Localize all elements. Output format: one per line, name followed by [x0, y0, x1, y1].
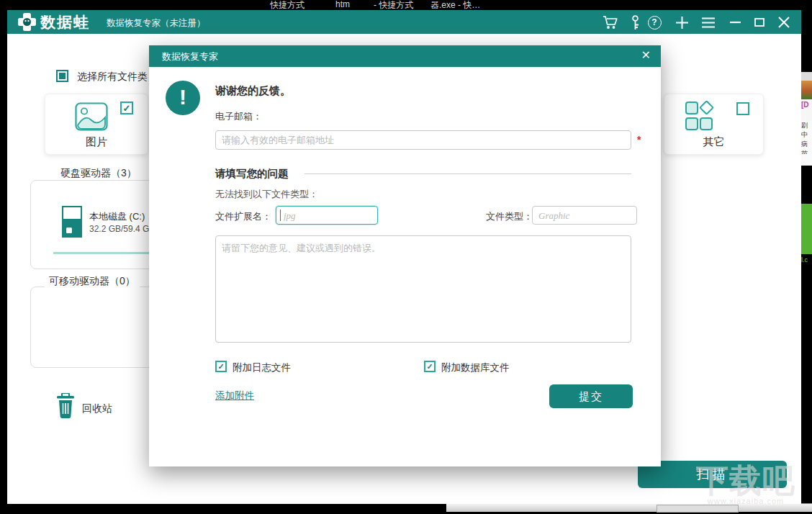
menu-button[interactable]	[700, 14, 716, 30]
cart-icon	[603, 15, 618, 30]
other-card-checkbox[interactable]	[736, 102, 749, 115]
minimize-icon	[730, 21, 741, 24]
dialog-title: 数据恢复专家	[162, 50, 218, 63]
close-icon	[778, 17, 790, 28]
desktop-text-line: 苗	[801, 149, 812, 154]
minimize-button[interactable]	[727, 14, 743, 30]
desktop-icon-thumbnail	[801, 204, 812, 254]
background-window-edge	[801, 72, 812, 81]
issue-type-label: 无法找到以下文件类型：	[215, 188, 318, 201]
recycle-bin-label: 回收站	[82, 402, 112, 415]
select-all-label: 选择所有文件类	[77, 71, 148, 84]
image-card-label: 图片	[45, 135, 148, 149]
drive-selected-underline	[53, 252, 156, 254]
plus-icon	[675, 16, 689, 30]
dialog-close-button[interactable]: ✕	[641, 48, 651, 62]
help-button[interactable]: ?	[646, 14, 662, 30]
image-card-checkbox[interactable]: ✓	[120, 102, 133, 114]
titlebar: 数据蛙 数据恢复专家（未注册） ?	[7, 10, 801, 34]
register-key-button[interactable]	[627, 14, 643, 30]
app-name: 数据蛙	[40, 12, 90, 32]
app-logo-icon	[17, 12, 37, 32]
recycle-bin-item[interactable]: 回收站	[50, 389, 151, 425]
exclamation-icon: !	[166, 81, 200, 115]
filetype-label: 文件类型：	[486, 210, 533, 223]
image-icon	[75, 102, 108, 131]
desktop-text-fragment: 剧 中病 苗	[801, 121, 812, 154]
background-window-edge	[801, 154, 812, 166]
add-attachment-link[interactable]: 添加附件	[215, 389, 254, 402]
submit-button[interactable]: 提交	[549, 384, 633, 408]
extension-label: 文件扩展名：	[215, 210, 271, 223]
background-window-edge	[446, 503, 812, 512]
email-label: 电子邮箱：	[215, 110, 262, 123]
feedback-dialog: 数据恢复专家 ✕ ! 谢谢您的反馈。 电子邮箱： * 请填写您的问题 无法找到以…	[149, 45, 661, 466]
desktop-icon-thumbnail	[801, 81, 812, 99]
help-icon: ?	[648, 16, 662, 30]
attach-log-label: 附加日志文件	[233, 361, 291, 374]
maximize-button[interactable]	[752, 14, 767, 30]
hamburger-menu-icon	[701, 17, 716, 28]
attach-db-label: 附加数据库文件	[441, 361, 510, 374]
disk-group-title: 硬盘驱动器（3）	[56, 167, 141, 180]
drive-capacity: 32.2 GB/59.4 G	[89, 224, 149, 234]
desktop-text-line: 剧	[801, 121, 812, 130]
filetype-card-image[interactable]: ✓ 图片	[45, 94, 148, 155]
select-all-checkbox[interactable]	[56, 70, 68, 82]
attach-log-checkbox[interactable]: ✓	[215, 361, 227, 372]
section-title: 请填写您的问题	[215, 167, 289, 181]
check-icon: ✓	[217, 362, 224, 371]
extension-input[interactable]	[276, 206, 378, 225]
section-divider	[304, 173, 631, 174]
removable-group-title: 可移动驱动器（0）	[45, 275, 140, 288]
other-card-label: 其它	[664, 135, 763, 149]
text-cursor	[280, 209, 281, 221]
drive-name: 本地磁盘 (C:)	[89, 210, 145, 223]
store-cart-button[interactable]	[603, 14, 618, 30]
comment-textarea[interactable]	[215, 235, 631, 343]
desktop-icon-label: htm	[335, 0, 350, 9]
trash-icon	[56, 393, 75, 419]
drive-item-c[interactable]: 本地磁盘 (C:) 32.2 GB/59.4 G	[50, 202, 156, 256]
desktop-text-line: 中病	[801, 130, 812, 149]
window-title: 数据恢复专家（未注册）	[107, 17, 206, 30]
email-input[interactable]	[215, 130, 631, 150]
other-files-icon	[685, 101, 717, 133]
desktop-text-fragment: [D	[801, 99, 812, 121]
maximize-icon	[754, 18, 764, 27]
desktop-text-fragment: l.c	[801, 256, 812, 266]
background-window-button	[657, 505, 739, 513]
dialog-heading: 谢谢您的反馈。	[215, 84, 291, 98]
checkbox-indeterminate-mark	[59, 73, 66, 79]
required-asterisk: *	[637, 134, 641, 145]
check-icon: ✓	[123, 103, 131, 114]
close-button[interactable]	[776, 14, 792, 30]
drive-icon	[62, 206, 82, 238]
screen: 快捷方式 htm - 快捷方式 器.exe - 快… [D 剧 中病 苗 l.c…	[0, 0, 812, 514]
filetype-card-other[interactable]: 其它	[664, 94, 764, 155]
attach-db-checkbox[interactable]: ✓	[424, 361, 436, 372]
check-icon: ✓	[426, 362, 433, 371]
dialog-header: 数据恢复专家 ✕	[149, 45, 661, 67]
filetype-input[interactable]	[532, 206, 637, 225]
key-icon	[630, 15, 641, 30]
add-button[interactable]	[674, 14, 690, 30]
